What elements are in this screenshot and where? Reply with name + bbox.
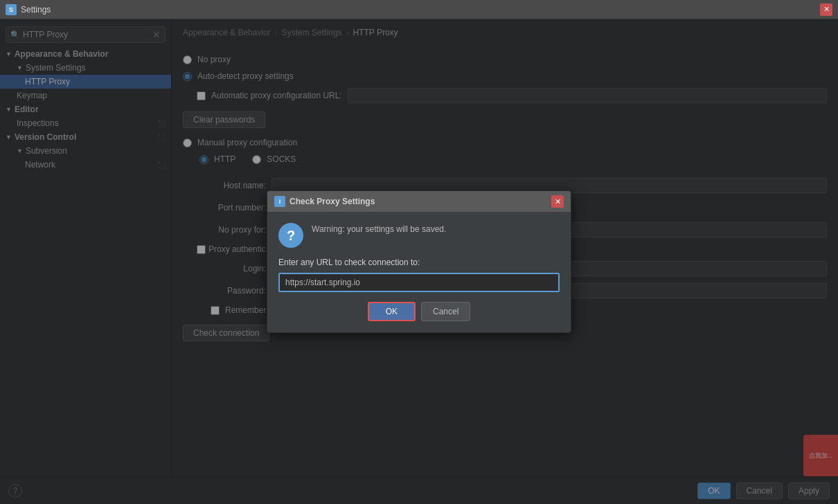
app-icon: S bbox=[6, 4, 17, 15]
modal-body: ? Warning: your settings will be saved. … bbox=[267, 212, 571, 332]
modal-url-input[interactable] bbox=[278, 273, 560, 292]
modal-overlay: i Check Proxy Settings ✕ ? Warning: your… bbox=[0, 19, 838, 504]
modal-instruction-label: Enter any URL to check connection to: bbox=[278, 258, 560, 267]
modal-titlebar: i Check Proxy Settings ✕ bbox=[267, 191, 571, 212]
check-proxy-dialog: i Check Proxy Settings ✕ ? Warning: your… bbox=[267, 190, 571, 333]
window-close-button[interactable]: ✕ bbox=[820, 3, 832, 16]
modal-warning-text: Warning: your settings will be saved. bbox=[312, 223, 446, 235]
title-bar: S Settings ✕ bbox=[0, 0, 838, 19]
modal-buttons: OK Cancel bbox=[278, 302, 560, 321]
modal-warning-row: ? Warning: your settings will be saved. bbox=[278, 223, 560, 248]
modal-icon: i bbox=[274, 196, 285, 207]
modal-title-left: i Check Proxy Settings bbox=[274, 196, 375, 207]
modal-ok-button[interactable]: OK bbox=[368, 302, 416, 321]
modal-close-button[interactable]: ✕ bbox=[551, 195, 564, 208]
modal-title-text: Check Proxy Settings bbox=[289, 197, 375, 206]
modal-cancel-button[interactable]: Cancel bbox=[421, 302, 470, 321]
window-title: Settings bbox=[21, 5, 51, 15]
warning-icon: ? bbox=[278, 223, 303, 248]
modal-warning-content: Warning: your settings will be saved. bbox=[312, 223, 446, 235]
